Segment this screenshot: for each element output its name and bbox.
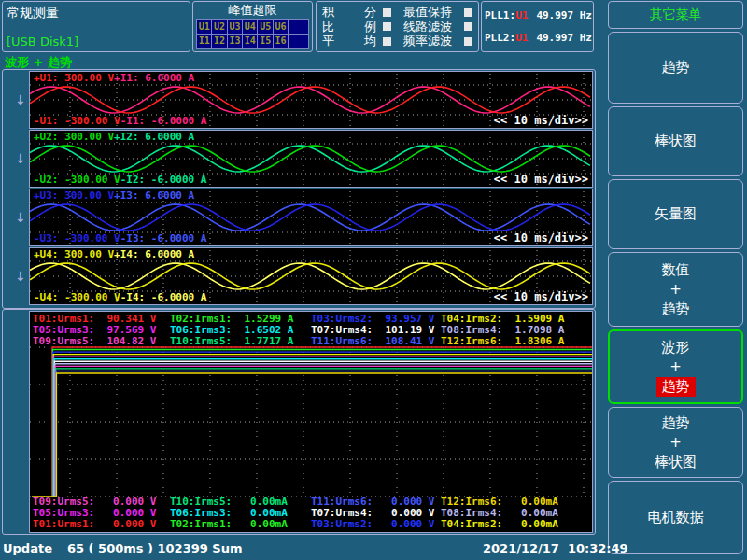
peak-cell-u6: U6 — [274, 20, 288, 34]
toggle-checkbox[interactable] — [464, 8, 472, 17]
zero-marker-icon: ↓ — [15, 151, 26, 166]
peak-cell-i6: I6 — [274, 35, 288, 49]
pll-panel: PLL1:U149.997 Hz PLL2:U149.997 Hz — [481, 1, 594, 52]
waveform-bottom-scale-label: -U3: -300.00 V-I3: -6.0000 A — [34, 232, 206, 245]
sidebar-button-趋势[interactable]: 趋势 — [608, 32, 743, 104]
trend-top-readouts: T01:Urms1: 90.341 VT02:Irms1: 1.5299 AT0… — [33, 314, 564, 347]
sidebar-button-label: 棒状图 — [655, 132, 697, 151]
trend-readout: T02:Irms1: 0.00mA — [170, 519, 311, 530]
waveform-bottom-scale-label: -U1: -300.00 V-I1: -6.0000 A — [34, 115, 206, 127]
toggle-row: 平均频率滤波 — [322, 35, 472, 48]
peak-cell-i1: I1 — [197, 35, 211, 49]
waveform-bottom-scale-label: -U4: -300.00 V-I4: -6.0000 A — [34, 291, 206, 303]
waveform-area: ↓+U1: 300.00 V+I1: 6.0000 A-U1: -300.00 … — [2, 69, 596, 309]
zero-marker-icon: ↓ — [15, 269, 26, 284]
toggle-checkbox[interactable] — [464, 22, 472, 31]
waveform-panel: +U1: 300.00 V+I1: 6.0000 A-U1: -300.00 V… — [29, 71, 593, 129]
trend-readout: T01:Urms1: 0.000 V — [33, 519, 170, 530]
peak-cell-u5: U5 — [258, 20, 272, 34]
sidebar-button-波形+趋势[interactable]: 波形+趋势 — [608, 329, 743, 404]
sidebar-button-label: 矢量图 — [655, 204, 697, 224]
waveform-channel-3: ↓+U3: 300.00 V+I3: 6.0000 A-U3: -300.00 … — [3, 189, 595, 246]
peak-cell-u3: U3 — [228, 20, 242, 34]
waveform-panel: +U2: 300.00 V+I2: 6.0000 A-U2: -300.00 V… — [29, 130, 593, 188]
sidebar-button-label: 电机数据 — [648, 508, 704, 527]
measure-mode-panel: 常规测量 [USB Disk1] — [2, 1, 190, 52]
waveform-channel-2: ↓+U2: 300.00 V+I2: 6.0000 A-U2: -300.00 … — [3, 130, 595, 188]
zero-marker-icon: ↓ — [15, 92, 26, 107]
toggle-checkbox[interactable] — [383, 8, 391, 17]
waveform-channel-1: ↓+U1: 300.00 V+I1: 6.0000 A-U1: -300.00 … — [3, 71, 595, 129]
toggle-checkbox[interactable] — [383, 37, 391, 46]
update-label: Update — [3, 541, 52, 555]
peak-over-limit-panel: 峰值超限 U1U2U3U4U5U6I1I2I3I4I5I6 — [192, 1, 313, 52]
instrument-screen: 常规测量 [USB Disk1] 峰值超限 U1U2U3U4U5U6I1I2I3… — [0, 0, 747, 560]
trend-panel: T01:Urms1: 90.341 VT02:Irms1: 1.5299 AT0… — [29, 311, 593, 533]
timebase-label: << 10 ms/div>> — [494, 290, 588, 303]
peak-cell-empty — [289, 35, 308, 49]
sidebar-button-label: + — [669, 433, 682, 453]
timebase-label: << 10 ms/div>> — [494, 231, 588, 245]
sidebar-button-label: + — [669, 280, 682, 300]
waveform-panel: +U4: 300.00 V+I4: 6.0000 A-U4: -300.00 V… — [29, 247, 593, 305]
zero-marker-icon: ↓ — [15, 210, 26, 225]
status-bar: Update 65 ( 500ms ) 102399 Sum 2021/12/1… — [0, 537, 605, 560]
pll1-readout: PLL1:U149.997 Hz — [485, 9, 590, 21]
sidebar-button-label: + — [669, 357, 682, 377]
sidebar-button-label: 棒状图 — [655, 453, 697, 472]
peak-cell-i3: I3 — [228, 35, 242, 49]
pll2-source: U1 — [515, 32, 528, 44]
sidebar-menu-title: 其它菜单 — [608, 1, 743, 29]
sidebar-menu: 其它菜单 趋势棒状图矢量图数值+趋势波形+趋势趋势+棒状图电机数据 — [608, 0, 745, 560]
datetime-label: 2021/12/17 10:32:49 — [483, 541, 628, 555]
peak-cell-empty — [289, 20, 308, 34]
waveform-top-scale-label: +U4: 300.00 V+I4: 6.0000 A — [34, 248, 194, 260]
trend-bottom-readouts: T09:Urms5: 0.000 VT10:Irms5: 0.00mAT11:U… — [33, 497, 558, 530]
waveform-top-scale-label: +U2: 300.00 V+I2: 6.0000 A — [34, 131, 194, 143]
waveform-panel: +U3: 300.00 V+I3: 6.0000 A-U3: -300.00 V… — [29, 189, 593, 246]
sidebar-button-label: 趋势 — [662, 58, 690, 77]
sidebar-button-数值+趋势[interactable]: 数值+趋势 — [608, 252, 743, 327]
sidebar-button-电机数据[interactable]: 电机数据 — [608, 481, 743, 554]
measure-mode-label: 常规测量 — [7, 4, 186, 21]
toggle-right-label: 频率滤波 — [403, 33, 458, 49]
sidebar-button-label: 波形 — [662, 338, 690, 357]
peak-cell-i5: I5 — [258, 35, 272, 49]
peak-cell-u4: U4 — [243, 20, 257, 34]
waveform-top-scale-label: +U1: 300.00 V+I1: 6.0000 A — [34, 72, 194, 84]
timebase-label: << 10 ms/div>> — [494, 173, 588, 186]
sidebar-button-label: 趋势 — [662, 413, 690, 433]
peak-over-limit-grid: U1U2U3U4U5U6I1I2I3I4I5I6 — [196, 19, 309, 49]
sidebar-button-矢量图[interactable]: 矢量图 — [608, 179, 743, 249]
sidebar-button-棒状图[interactable]: 棒状图 — [608, 106, 743, 176]
sidebar-button-label: 趋势 — [656, 377, 696, 397]
toggle-checkbox[interactable] — [383, 22, 391, 31]
pll1-label: PLL1: — [485, 9, 515, 21]
trend-chart — [30, 345, 592, 500]
waveform-channel-4: ↓+U4: 300.00 V+I4: 6.0000 A-U4: -300.00 … — [3, 247, 595, 305]
sidebar-button-label: 数值 — [662, 260, 690, 280]
peak-cell-i4: I4 — [243, 35, 257, 49]
sidebar-button-label: 趋势 — [662, 300, 690, 319]
update-count: 65 ( 500ms ) 102399 Sum — [67, 541, 242, 555]
waveform-bottom-scale-label: -U2: -300.00 V-I2: -6.0000 A — [34, 174, 206, 186]
peak-cell-u2: U2 — [212, 20, 226, 34]
trend-readout: T04:Irms2: 0.00mA — [441, 519, 558, 530]
waveform-top-scale-label: +U3: 300.00 V+I3: 6.0000 A — [34, 189, 194, 202]
toggle-row: 积分最值保持 — [322, 6, 472, 19]
timebase-label: << 10 ms/div>> — [494, 114, 588, 127]
usb-disk-label: [USB Disk1] — [7, 35, 78, 49]
peak-cell-i2: I2 — [212, 35, 226, 49]
toggles-panel: 积分最值保持比例线路滤波平均频率滤波 — [316, 1, 479, 52]
pll1-source: U1 — [515, 9, 528, 21]
peak-cell-u1: U1 — [197, 20, 211, 34]
pll1-value: 49.997 Hz — [536, 9, 592, 21]
pll2-value: 49.997 Hz — [536, 32, 592, 44]
toggle-row: 比例线路滤波 — [322, 21, 472, 34]
peak-over-limit-title: 峰值超限 — [193, 2, 312, 18]
pll2-readout: PLL2:U149.997 Hz — [485, 32, 590, 44]
sidebar-button-趋势+棒状图[interactable]: 趋势+棒状图 — [608, 407, 743, 478]
toggle-left-label: 平均 — [322, 33, 376, 49]
trend-readout: T03:Urms2: 0.000 V — [311, 519, 441, 530]
toggle-checkbox[interactable] — [464, 37, 472, 46]
